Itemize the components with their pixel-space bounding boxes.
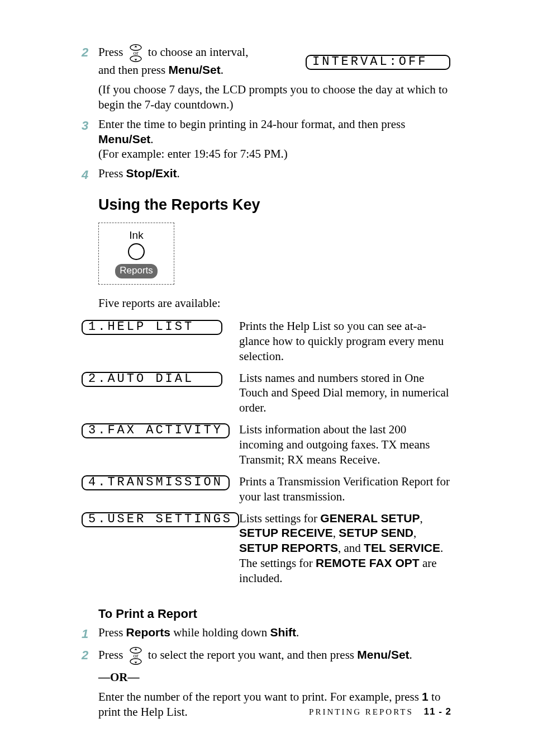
- nav-up-down-icon: or: [126, 44, 145, 63]
- reports-list: 1.HELP LIST Prints the Help List so you …: [82, 315, 451, 589]
- report-2-desc: Lists names and numbers stored in One To…: [239, 367, 451, 419]
- report5-join-3: , and: [338, 541, 364, 555]
- ink-label: Ink: [110, 229, 163, 242]
- report5-prefix: Lists settings for: [239, 512, 320, 525]
- section-heading: Using the Reports Key: [98, 195, 451, 215]
- step2-text-line2c: .: [221, 63, 223, 77]
- svg-text:or: or: [133, 49, 139, 56]
- step3-example: (For example: enter 19:45 for 7:45 PM.): [98, 147, 451, 162]
- page-footer: PRINTING REPORTS 11 - 2: [309, 706, 451, 718]
- step3-text-c: .: [150, 133, 153, 146]
- report5-bold-5: REMOTE FAX OPT: [316, 556, 420, 569]
- lcd-top-interval: INTERVAL:OFF: [306, 55, 450, 70]
- report-3-desc: Lists information about the last 200 inc…: [239, 419, 451, 471]
- report-5-desc: Lists settings for GENERAL SETUP, SETUP …: [239, 508, 451, 589]
- page-number: 11 - 2: [424, 706, 451, 717]
- step-2: 2 Press or to choose an interval, and th…: [82, 44, 451, 112]
- step-3: 3 Enter the time to begin printing in 24…: [82, 117, 451, 162]
- reports-label: Reports: [126, 626, 170, 639]
- report5-bold-3: SETUP REPORTS: [239, 541, 338, 554]
- report-row: 5.USER SETTINGS Lists settings for GENER…: [82, 508, 451, 589]
- svg-point-4: [130, 659, 141, 664]
- step-number: 3: [82, 117, 98, 134]
- report5-bold-4: TEL SERVICE: [364, 541, 440, 554]
- report-row: 2.AUTO DIAL Lists names and numbers stor…: [82, 367, 451, 419]
- report5-join-2: ,: [413, 526, 416, 540]
- report-4-desc: Prints a Transmission Verification Repor…: [239, 471, 451, 508]
- step4-text-a: Press: [98, 167, 126, 180]
- one-label: 1: [422, 690, 429, 703]
- lcd-report-4: 4.TRANSMISSION: [82, 475, 230, 490]
- report5-join-1: ,: [333, 526, 339, 540]
- step2-text-b: to choose an interval,: [148, 45, 249, 59]
- report-row: 3.FAX ACTIVITY Lists information about t…: [82, 419, 451, 471]
- pstep2-a: Press: [98, 648, 126, 662]
- step-number: 1: [82, 625, 98, 642]
- or-label: —OR—: [98, 670, 140, 684]
- pstep2-d: Enter the number of the report you want …: [98, 690, 422, 703]
- step-number: 2: [82, 44, 98, 60]
- nav-up-down-icon: or: [126, 646, 145, 665]
- lcd-report-3: 3.FAX ACTIVITY: [82, 423, 230, 438]
- svg-text:or: or: [133, 652, 139, 659]
- report5-bold-0: GENERAL SETUP: [320, 512, 420, 525]
- pstep2-b: to select the report you want, and then …: [148, 648, 357, 662]
- stop-exit-label: Stop/Exit: [126, 167, 177, 179]
- step-number: 2: [82, 646, 98, 663]
- svg-point-1: [130, 56, 141, 62]
- pstep1-b: while holding down: [170, 626, 270, 639]
- report5-bold-2: SETUP SEND: [339, 526, 413, 539]
- pstep2-c: .: [410, 648, 412, 662]
- lcd-report-2: 2.AUTO DIAL: [82, 372, 222, 387]
- report5-bold-1: SETUP RECEIVE: [239, 526, 333, 539]
- footer-label: PRINTING REPORTS: [309, 707, 413, 716]
- step3-text-a: Enter the time to begin printing in 24-h…: [98, 117, 405, 131]
- reports-pill-label: Reports: [115, 264, 158, 278]
- report-1-desc: Prints the Help List so you can see at-a…: [239, 315, 451, 367]
- step2-text-line2a: and then press: [98, 63, 168, 77]
- step2-note: (If you choose 7 days, the LCD prompts y…: [98, 82, 451, 112]
- pstep1-c: .: [296, 626, 299, 639]
- step-number: 4: [82, 166, 98, 183]
- step4-text-c: .: [177, 167, 180, 180]
- subsection-heading: To Print a Report: [98, 606, 451, 622]
- menu-set-label: Menu/Set: [168, 63, 220, 76]
- lcd-report-5: 5.USER SETTINGS: [82, 512, 239, 527]
- pstep1-a: Press: [98, 626, 126, 639]
- report-row: 4.TRANSMISSION Prints a Transmission Ver…: [82, 471, 451, 508]
- shift-label: Shift: [270, 626, 296, 639]
- report-row: 1.HELP LIST Prints the Help List so you …: [82, 315, 451, 367]
- ink-button-icon: [128, 243, 145, 260]
- print-step-1: 1 Press Reports while holding down Shift…: [82, 625, 451, 642]
- step2-text-a: Press: [98, 45, 126, 59]
- menu-set-label: Menu/Set: [98, 133, 150, 145]
- menu-set-label: Menu/Set: [357, 648, 409, 661]
- step-4: 4 Press Stop/Exit.: [82, 166, 451, 183]
- report5-join-0: ,: [420, 512, 422, 525]
- lcd-report-1: 1.HELP LIST: [82, 320, 222, 335]
- reports-key-graphic: Ink Reports: [98, 223, 174, 285]
- reports-intro: Five reports are available:: [98, 296, 451, 311]
